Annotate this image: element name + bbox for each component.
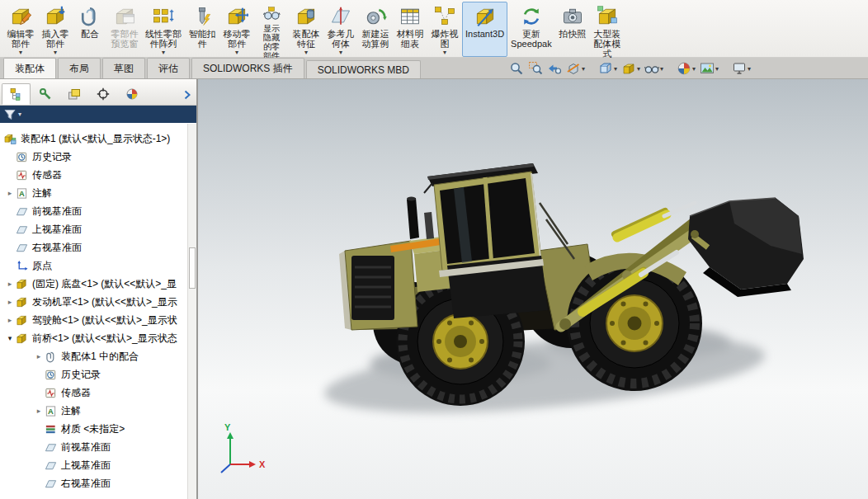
show-hidden-components-button[interactable]: 显示 隐藏 的零 部件 xyxy=(254,2,289,57)
dropdown-caret-icon: ▾ xyxy=(582,65,585,73)
configurationmanager-icon xyxy=(68,87,81,101)
exploded-view-button[interactable]: 爆炸视 图 ▾ xyxy=(427,2,462,57)
material-icon xyxy=(45,423,57,435)
tab-evaluate[interactable]: 评估 xyxy=(147,58,190,78)
assembly-features-button[interactable]: 装配体 特征 ▾ xyxy=(289,2,323,57)
mate-button[interactable]: 配合 xyxy=(73,2,107,57)
move-component-button[interactable]: 移动零 部件 ▾ xyxy=(219,2,254,57)
tab-configurationmanager[interactable] xyxy=(59,83,88,105)
expander-icon[interactable]: ▾ xyxy=(4,334,16,342)
edit-appearance-icon xyxy=(677,61,691,76)
display-style-button[interactable]: ▾ xyxy=(620,60,641,77)
expander-icon[interactable]: ▸ xyxy=(4,316,16,324)
tree-item-component-cab[interactable]: ▸ 驾驶舱<1> (默认<<默认>_显示状 xyxy=(0,311,196,329)
linear-component-pattern-icon xyxy=(152,5,175,28)
featuremanager-panel: ▾ 装配体1 (默认<默认_显示状态-1>) 历史记录 传感器 ▸ 注解 xyxy=(0,79,196,499)
tree-item-component-engine-hood[interactable]: ▸ 发动机罩<1> (默认<<默认>_显示 xyxy=(0,293,196,311)
panel-collapse-button[interactable] xyxy=(180,85,195,105)
section-view-icon xyxy=(566,61,581,76)
tree-item-sensors[interactable]: 传感器 xyxy=(0,384,196,402)
expander-icon[interactable]: ▸ xyxy=(4,189,16,197)
reference-geometry-button[interactable]: 参考几 何体 ▾ xyxy=(323,2,358,57)
edit-component-button[interactable]: 编辑零 部件 ▾ xyxy=(3,2,38,57)
update-speedpak-button[interactable]: 更新 Speedpak xyxy=(507,2,555,57)
tree-item-annotations[interactable]: ▸ 注解 xyxy=(0,402,196,420)
section-view-button[interactable]: ▾ xyxy=(565,60,586,77)
hide-show-items-button[interactable]: ▾ xyxy=(644,60,664,77)
tree-item-sensors[interactable]: 传感器 xyxy=(0,166,196,184)
view-settings-button[interactable]: ▾ xyxy=(731,60,752,77)
tab-solidworks-mbd[interactable]: SOLIDWORKS MBD xyxy=(306,60,421,78)
apply-scene-button[interactable]: ▾ xyxy=(699,60,719,77)
dropdown-caret-icon: ▾ xyxy=(162,49,165,55)
previous-view-button[interactable] xyxy=(546,60,563,77)
view-orientation-button[interactable]: ▾ xyxy=(597,60,618,77)
edit-appearance-button[interactable]: ▾ xyxy=(676,60,696,77)
panel-scrollbar-thumb[interactable] xyxy=(189,247,196,289)
bill-of-materials-icon xyxy=(399,5,422,28)
take-snapshot-button[interactable]: 拍快照 xyxy=(555,2,590,57)
triad-x-label: X xyxy=(259,459,266,469)
tree-item-component-front-axle[interactable]: ▾ 前桥<1> (默认<<默认>_显示状态 xyxy=(0,329,196,347)
dropdown-caret-icon: ▾ xyxy=(660,65,663,73)
tree-filter-bar[interactable]: ▾ xyxy=(0,106,196,123)
filter-funnel-icon xyxy=(4,109,16,120)
expander-icon[interactable]: ▸ xyxy=(4,280,16,288)
zoom-to-fit-icon xyxy=(509,61,524,76)
displaymanager-icon xyxy=(125,87,139,101)
display-style-icon xyxy=(621,61,636,76)
tree-item-origin[interactable]: 原点 xyxy=(0,257,196,275)
tree-item-component-chassis[interactable]: ▸ (固定) 底盘<1> (默认<<默认>_显 xyxy=(0,275,196,293)
linear-component-pattern-button[interactable]: 线性零部 件阵列 ▾ xyxy=(142,2,185,57)
tree-item-material[interactable]: 材质 <未指定> xyxy=(0,420,196,438)
zoom-to-area-button[interactable] xyxy=(527,60,544,77)
expander-icon[interactable]: ▸ xyxy=(33,352,45,360)
panel-scrollbar[interactable] xyxy=(187,124,196,499)
tree-item-mates-in-assembly1[interactable]: ▸ 装配体1 中的配合 xyxy=(0,347,196,365)
annotations-icon xyxy=(45,405,57,417)
expander-icon[interactable]: ▸ xyxy=(33,407,45,415)
heads-up-view-toolbar: ▾ ▾ ▾ ▾ ▾ ▾ ▾ xyxy=(508,59,752,78)
component-icon xyxy=(16,278,28,290)
bill-of-materials-button[interactable]: 材料明 细表 xyxy=(393,2,427,57)
tab-featuremanager-tree[interactable] xyxy=(2,83,31,105)
tree-item-front-plane[interactable]: 前视基准面 xyxy=(0,202,196,220)
tree-item-history[interactable]: 历史记录 xyxy=(0,148,196,166)
graphics-area[interactable]: Y X xyxy=(198,79,868,499)
tab-propertymanager[interactable] xyxy=(31,83,59,105)
tab-solidworks-addins[interactable]: SOLIDWORKS 插件 xyxy=(191,58,304,78)
dimxpertmanager-icon xyxy=(97,87,110,101)
smart-fasteners-button[interactable]: 智能扣 件 xyxy=(185,2,219,57)
tree-item-top-plane[interactable]: 上视基准面 xyxy=(0,220,196,238)
origin-icon xyxy=(16,260,28,272)
hide-show-items-icon xyxy=(644,61,659,76)
instant3d-button[interactable]: Instant3D xyxy=(462,2,507,57)
tab-assembly[interactable]: 装配体 xyxy=(3,58,56,78)
tree-item-history[interactable]: 历史记录 xyxy=(0,365,196,384)
tree-item-top-plane[interactable]: 上视基准面 xyxy=(0,456,196,474)
tree-item-right-plane[interactable]: 右视基准面 xyxy=(0,474,196,492)
tree-item-assembly1[interactable]: 装配体1 (默认<默认_显示状态-1>) xyxy=(0,129,196,148)
plane-icon xyxy=(16,242,28,254)
view-orientation-icon xyxy=(598,61,613,76)
tab-displaymanager[interactable] xyxy=(117,83,146,105)
tree-item-front-plane[interactable]: 前视基准面 xyxy=(0,438,196,456)
exploded-view-icon xyxy=(433,5,456,28)
wheel-loader-model: Y X xyxy=(198,79,868,499)
tree-item-annotations[interactable]: ▸ 注解 xyxy=(0,184,196,202)
zoom-to-fit-button[interactable] xyxy=(508,60,525,77)
smart-fasteners-icon xyxy=(191,5,214,28)
component-preview-window-button[interactable]: 零部件 预览窗 xyxy=(107,2,142,57)
new-motion-study-button[interactable]: 新建运 动算例 xyxy=(358,2,393,57)
insert-components-button[interactable]: 插入零 部件 ▾ xyxy=(38,2,73,57)
dropdown-caret-icon: ▾ xyxy=(443,49,446,55)
tab-dimxpertmanager[interactable] xyxy=(88,83,117,105)
tab-sketch[interactable]: 草图 xyxy=(102,58,145,78)
tab-layout[interactable]: 布局 xyxy=(58,58,101,78)
dropdown-caret-icon: ▾ xyxy=(748,65,751,73)
large-assembly-mode-button[interactable]: 大型装 配体模 式 xyxy=(590,2,625,57)
dropdown-caret-icon: ▾ xyxy=(304,49,308,55)
tree-item-right-plane[interactable]: 右视基准面 xyxy=(0,238,196,257)
expander-icon[interactable]: ▸ xyxy=(4,298,16,306)
take-snapshot-icon xyxy=(561,5,584,28)
